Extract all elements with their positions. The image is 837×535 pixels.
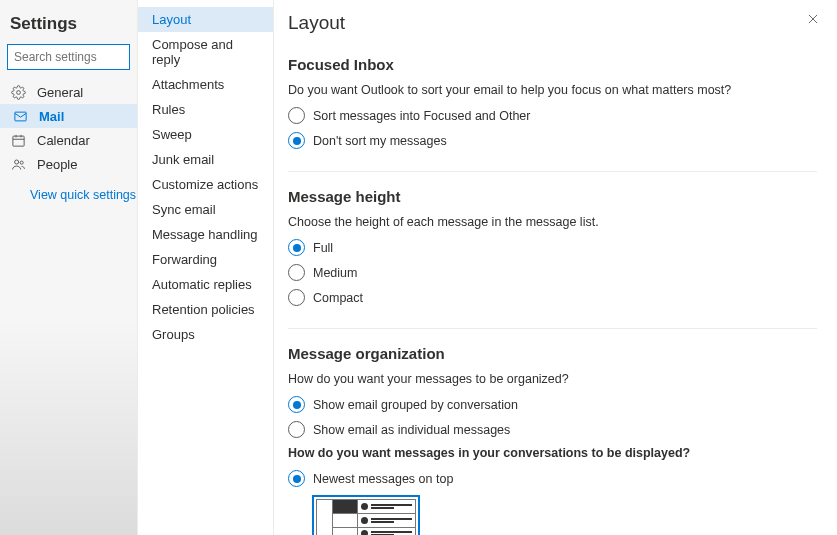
section-message-height: Message height Choose the height of each… [288,188,817,329]
subnav-customize[interactable]: Customize actions [138,172,273,197]
view-quick-settings-link[interactable]: View quick settings [0,176,137,202]
radio-dont-sort[interactable]: Don't sort my messages [288,132,817,149]
subnav-compose[interactable]: Compose and reply [138,32,273,72]
people-icon [10,156,26,172]
radio-label: Don't sort my messages [313,134,447,148]
subnav-auto-replies[interactable]: Automatic replies [138,272,273,297]
radio-label: Compact [313,291,363,305]
radio-label: Full [313,241,333,255]
radio-label: Medium [313,266,357,280]
section-head: Message height [288,188,817,205]
radio-label: Show email as individual messages [313,423,510,437]
close-button[interactable] [803,10,823,30]
section-head: Message organization [288,345,817,362]
subnav-attachments[interactable]: Attachments [138,72,273,97]
section-prompt: How do you want messages in your convers… [288,446,817,460]
subnav-layout[interactable]: Layout [138,7,273,32]
nav-item-calendar[interactable]: Calendar [0,128,137,152]
nav-label: People [37,157,77,172]
section-prompt: How do you want your messages to be orga… [288,372,817,386]
section-prompt: Do you want Outlook to sort your email t… [288,83,817,97]
subnav-forwarding[interactable]: Forwarding [138,247,273,272]
radio-newest-top[interactable]: Newest messages on top [288,470,817,487]
radio-label: Show email grouped by conversation [313,398,518,412]
nav-label: General [37,85,83,100]
subnav-retention[interactable]: Retention policies [138,297,273,322]
section-message-organization: Message organization How do you want you… [288,345,817,535]
search-input[interactable] [7,44,130,70]
calendar-icon [10,132,26,148]
svg-rect-1 [14,112,25,121]
svg-point-0 [16,90,20,94]
radio-label: Newest messages on top [313,472,453,486]
subnav-junk[interactable]: Junk email [138,147,273,172]
subnav-sync[interactable]: Sync email [138,197,273,222]
radio-height-full[interactable]: Full [288,239,817,256]
gear-icon [10,84,26,100]
nav-item-mail[interactable]: Mail [0,104,137,128]
svg-point-3 [14,160,18,164]
radio-label: Sort messages into Focused and Other [313,109,530,123]
mail-icon [12,108,28,124]
section-head: Focused Inbox [288,56,817,73]
radio-height-medium[interactable]: Medium [288,264,817,281]
nav-item-people[interactable]: People [0,152,137,176]
radio-group-conversation[interactable]: Show email grouped by conversation [288,396,817,413]
close-icon [806,12,820,29]
subnav-message-handling[interactable]: Message handling [138,222,273,247]
svg-point-4 [20,161,23,164]
subnav-rules[interactable]: Rules [138,97,273,122]
radio-height-compact[interactable]: Compact [288,289,817,306]
settings-title: Settings [0,10,137,44]
svg-rect-2 [12,136,23,146]
nav-item-general[interactable]: General [0,80,137,104]
subnav-groups[interactable]: Groups [138,322,273,347]
section-prompt: Choose the height of each message in the… [288,215,817,229]
nav-label: Calendar [37,133,90,148]
nav-label: Mail [39,109,64,124]
section-focused-inbox: Focused Inbox Do you want Outlook to sor… [288,56,817,172]
order-preview-newest-top [312,495,420,535]
radio-group-individual[interactable]: Show email as individual messages [288,421,817,438]
radio-sort-focused[interactable]: Sort messages into Focused and Other [288,107,817,124]
page-title: Layout [288,12,817,34]
subnav-sweep[interactable]: Sweep [138,122,273,147]
